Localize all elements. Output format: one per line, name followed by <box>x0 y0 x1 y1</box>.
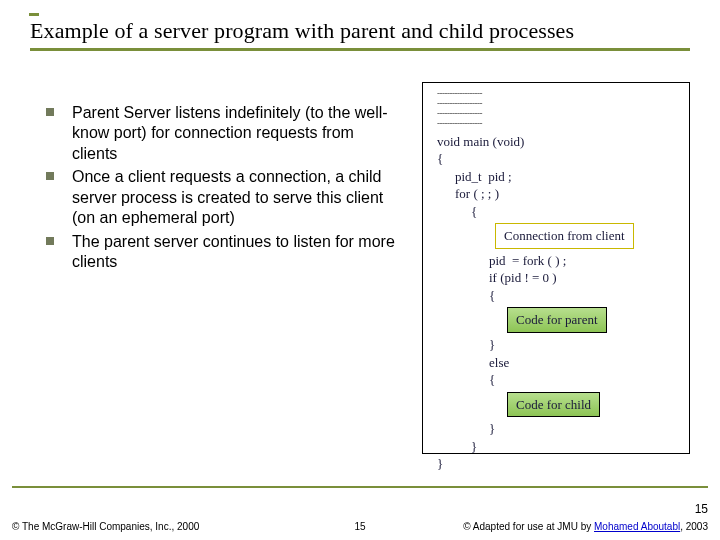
square-bullet-icon <box>46 172 54 180</box>
code-box-row: Connection from client <box>437 220 679 252</box>
code-line: void main (void) <box>437 133 679 151</box>
code-line: } <box>437 455 679 473</box>
list-item: The parent server continues to listen fo… <box>46 232 402 273</box>
dotted-header: ----------------------------------------… <box>437 89 679 129</box>
code-line: } <box>437 438 679 456</box>
code-line: { <box>437 371 679 389</box>
code-box-row: Code for parent <box>437 304 679 336</box>
code-line: { <box>437 203 679 221</box>
square-bullet-icon <box>46 237 54 245</box>
list-item: Once a client requests a connection, a c… <box>46 167 402 228</box>
bullet-text: Parent Server listens indefinitely (to t… <box>72 104 388 162</box>
code-line: pid = fork ( ) ; <box>437 252 679 270</box>
code-line: { <box>437 287 679 305</box>
code-figure: ----------------------------------------… <box>422 82 690 454</box>
code-line: if (pid ! = 0 ) <box>437 269 679 287</box>
code-line: else <box>437 354 679 372</box>
code-line: { <box>437 150 679 168</box>
square-bullet-icon <box>46 108 54 116</box>
code-line: for ( ; ; ) <box>437 185 679 203</box>
bullet-list: Parent Server listens indefinitely (to t… <box>22 103 402 276</box>
parent-code-box: Code for parent <box>507 307 607 333</box>
connection-box: Connection from client <box>495 223 634 249</box>
bottom-rule <box>12 486 708 488</box>
footer-right-prefix: © Adapted for use at JMU by <box>463 521 594 532</box>
child-code-box: Code for child <box>507 392 600 418</box>
footer-left: © The McGraw-Hill Companies, Inc., 2000 <box>12 521 199 532</box>
bullet-text: Once a client requests a connection, a c… <box>72 168 383 226</box>
title-underline: Example of a server program with parent … <box>30 18 690 51</box>
code-box-row: Code for child <box>437 389 679 421</box>
code-line: } <box>437 420 679 438</box>
page-title: Example of a server program with parent … <box>30 18 690 44</box>
footer-center-page: 15 <box>354 521 365 532</box>
code-line: } <box>437 336 679 354</box>
footer-page-number: 15 <box>695 502 708 516</box>
footer-right-suffix: , 2003 <box>680 521 708 532</box>
code-line: pid_t pid ; <box>437 168 679 186</box>
footer-author-link[interactable]: Mohamed Aboutabl <box>594 521 680 532</box>
slide: Example of a server program with parent … <box>0 0 720 540</box>
footer-right: © Adapted for use at JMU by Mohamed Abou… <box>463 521 708 532</box>
list-item: Parent Server listens indefinitely (to t… <box>46 103 402 164</box>
bullet-text: The parent server continues to listen fo… <box>72 233 395 270</box>
